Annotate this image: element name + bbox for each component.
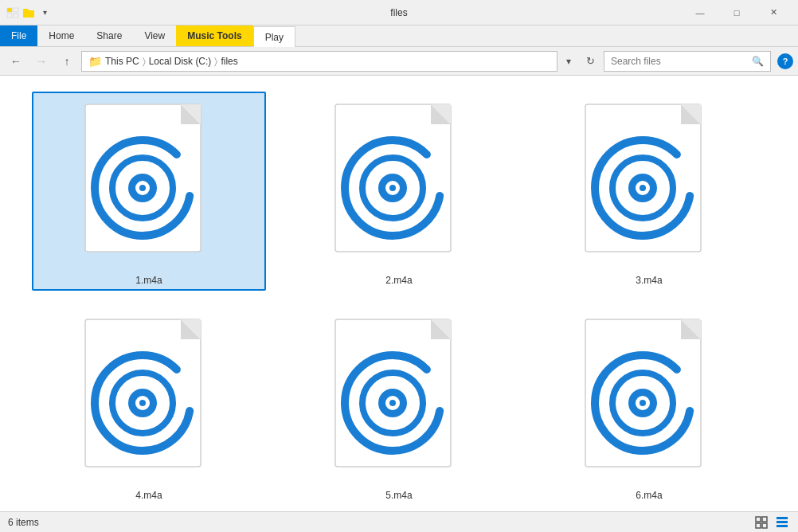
svg-rect-56 xyxy=(776,517,788,519)
address-dropdown[interactable]: ▾ xyxy=(561,51,577,72)
breadcrumb-this-pc[interactable]: This PC xyxy=(105,56,139,67)
address-bar[interactable]: 📁 This PC 〉 Local Disk (C:) 〉 files xyxy=(81,51,557,72)
back-button[interactable]: ← xyxy=(5,50,27,72)
large-icons-view-button[interactable] xyxy=(753,514,769,530)
up-button[interactable]: ↑ xyxy=(56,50,78,72)
svg-point-27 xyxy=(640,185,646,191)
window-title: files xyxy=(390,7,407,18)
window-controls: — □ ✕ xyxy=(682,0,792,25)
tab-share[interactable]: Share xyxy=(85,25,133,46)
breadcrumb-local-disk[interactable]: Local Disk (C:) xyxy=(149,56,212,67)
file-label: 4.m4a xyxy=(135,490,162,501)
breadcrumb-folder-icon: 📁 xyxy=(88,55,102,68)
svg-rect-3 xyxy=(14,14,18,18)
svg-rect-53 xyxy=(762,517,767,522)
minimize-button[interactable]: — xyxy=(682,0,718,25)
tab-view[interactable]: View xyxy=(133,25,176,46)
file-item-file-1[interactable]: 1.m4a xyxy=(32,92,266,291)
help-button[interactable]: ? xyxy=(777,53,793,69)
breadcrumb-files[interactable]: files xyxy=(221,56,237,67)
svg-rect-1 xyxy=(14,8,18,12)
file-label: 3.m4a xyxy=(636,275,662,286)
svg-rect-57 xyxy=(776,521,788,523)
file-label: 5.m4a xyxy=(385,490,412,501)
tab-music-tools[interactable]: Music Tools xyxy=(176,25,252,46)
ribbon: File Home Share View Music Tools Play xyxy=(0,25,798,47)
quick-access-icon xyxy=(6,6,19,19)
svg-point-35 xyxy=(139,400,146,406)
file-icon-svg xyxy=(319,311,479,487)
tab-file[interactable]: File xyxy=(0,25,37,46)
svg-rect-52 xyxy=(756,517,761,522)
svg-rect-58 xyxy=(776,525,788,527)
file-item-file-4[interactable]: 4.m4a xyxy=(32,307,266,506)
toolbar-row: ← → ↑ 📁 This PC 〉 Local Disk (C:) 〉 file… xyxy=(0,47,798,76)
ribbon-tabs: File Home Share View Music Tools Play xyxy=(0,25,798,46)
file-label: 6.m4a xyxy=(636,490,662,501)
svg-rect-55 xyxy=(762,523,767,528)
file-label: 2.m4a xyxy=(385,275,412,286)
file-item-file-5[interactable]: 5.m4a xyxy=(282,307,516,506)
svg-rect-2 xyxy=(7,14,12,18)
close-button[interactable]: ✕ xyxy=(755,0,792,25)
file-icon-svg xyxy=(319,96,479,272)
file-item-file-2[interactable]: 2.m4a xyxy=(282,92,516,291)
breadcrumb-sep-2: 〉 xyxy=(214,56,217,67)
search-box[interactable]: 🔍 xyxy=(604,51,771,72)
svg-rect-54 xyxy=(756,523,761,528)
svg-rect-0 xyxy=(7,8,12,12)
title-bar-icons: ▾ xyxy=(6,6,51,19)
title-bar: ▾ files — □ ✕ xyxy=(0,0,798,25)
status-bar: 6 items xyxy=(0,511,798,532)
details-view-button[interactable] xyxy=(774,514,790,530)
file-icon-svg xyxy=(569,96,729,272)
breadcrumb-sep-1: 〉 xyxy=(143,56,146,67)
file-icon-svg xyxy=(69,96,229,272)
main-content: 1.m4a 2.m4a 3.m4a xyxy=(0,76,798,511)
tab-play[interactable]: Play xyxy=(253,26,295,47)
file-item-file-6[interactable]: 6.m4a xyxy=(532,307,766,506)
file-label: 1.m4a xyxy=(135,275,162,286)
svg-point-19 xyxy=(389,185,396,191)
search-icon[interactable]: 🔍 xyxy=(752,56,764,67)
search-input[interactable] xyxy=(611,56,749,67)
file-icon-svg xyxy=(69,311,229,487)
arrow-down-icon: ▾ xyxy=(38,6,51,19)
forward-button[interactable]: → xyxy=(30,50,53,72)
tab-home[interactable]: Home xyxy=(37,25,85,46)
svg-point-51 xyxy=(640,400,646,406)
svg-point-11 xyxy=(139,185,146,191)
status-view-controls xyxy=(753,514,790,530)
folder-icon-small xyxy=(22,6,35,19)
svg-point-43 xyxy=(389,400,396,406)
file-icon-svg xyxy=(569,311,729,487)
refresh-button[interactable]: ↻ xyxy=(580,51,600,72)
maximize-button[interactable]: □ xyxy=(718,0,755,25)
status-item-count: 6 items xyxy=(8,517,39,528)
file-item-file-3[interactable]: 3.m4a xyxy=(532,92,766,291)
file-grid: 1.m4a 2.m4a 3.m4a xyxy=(0,76,798,511)
